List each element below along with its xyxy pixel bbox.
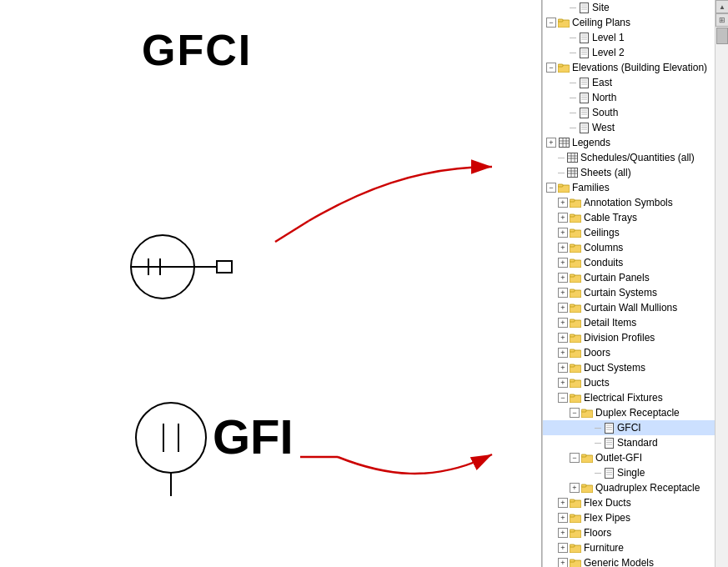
expand-button[interactable]: + xyxy=(558,288,568,298)
tree-item-doors[interactable]: +Doors xyxy=(543,345,715,360)
tree-item-elevations[interactable]: −Elevations (Building Elevation) xyxy=(543,60,715,75)
expand-button[interactable]: + xyxy=(558,363,568,373)
tree-item-label: Floors xyxy=(584,527,611,539)
collapse-button[interactable]: − xyxy=(546,183,556,193)
tree-item-single[interactable]: Single xyxy=(543,465,715,480)
folder-icon xyxy=(581,482,593,494)
collapse-button[interactable]: − xyxy=(546,63,556,73)
tree-item-schedules[interactable]: Schedules/Quantities (all) xyxy=(543,150,715,165)
expand-button[interactable]: + xyxy=(558,528,568,538)
tree-item-duplex-receptacle[interactable]: −Duplex Receptacle xyxy=(543,405,715,420)
scroll-up-button[interactable]: ▲ xyxy=(715,0,728,13)
tree-connector xyxy=(595,443,601,444)
tree-item-ceilings[interactable]: +Ceilings xyxy=(543,225,715,240)
tree-item-floors[interactable]: +Floors xyxy=(543,525,715,540)
tree-item-annotation-symbols[interactable]: +Annotation Symbols xyxy=(543,195,715,210)
expand-button[interactable]: + xyxy=(558,378,568,388)
expand-button[interactable]: + xyxy=(558,273,568,283)
tree-item-label: Level 1 xyxy=(592,32,625,43)
expand-button[interactable]: + xyxy=(558,318,568,328)
tree-item-division-profiles[interactable]: +Division Profiles xyxy=(543,330,715,345)
scroll-fit-button[interactable]: ⊞ xyxy=(715,13,728,27)
tree-item-north[interactable]: North xyxy=(543,90,715,105)
expand-button[interactable]: + xyxy=(558,333,568,343)
page-icon xyxy=(578,32,590,43)
tree-item-furniture[interactable]: +Furniture xyxy=(543,540,715,555)
expand-button[interactable]: + xyxy=(558,243,568,253)
tree-item-south[interactable]: South xyxy=(543,105,715,120)
tree-item-curtain-wall-mullions[interactable]: +Curtain Wall Mullions xyxy=(543,300,715,315)
tree-item-label: Ceilings xyxy=(584,227,620,238)
tree-connector xyxy=(558,173,565,173)
tree-item-curtain-systems[interactable]: +Curtain Systems xyxy=(543,285,715,300)
tree-item-east[interactable]: East xyxy=(543,75,715,90)
tree-item-label: East xyxy=(592,77,612,88)
tree-item-outlet-gfi[interactable]: −Outlet-GFI xyxy=(543,450,715,465)
expand-button[interactable]: + xyxy=(558,543,568,553)
tree-item-legends[interactable]: +Legends xyxy=(543,135,715,150)
tree-item-standard[interactable]: Standard xyxy=(543,435,715,450)
tree-item-curtain-panels[interactable]: +Curtain Panels xyxy=(543,270,715,285)
tree-item-generic-models[interactable]: +Generic Models xyxy=(543,555,715,567)
folder-icon xyxy=(570,212,581,223)
folder-icon xyxy=(570,527,581,539)
svg-rect-101 xyxy=(605,468,613,478)
expand-button[interactable]: + xyxy=(558,228,568,238)
expand-button[interactable]: + xyxy=(570,483,580,493)
tree-item-families[interactable]: −Families xyxy=(543,180,715,195)
tree-item-level-2[interactable]: Level 2 xyxy=(543,45,715,60)
tree-item-west[interactable]: West xyxy=(543,120,715,135)
tree-item-ceiling-plans[interactable]: −Ceiling Plans xyxy=(543,15,715,30)
tree-item-site[interactable]: Site xyxy=(543,0,715,15)
expand-button[interactable]: + xyxy=(558,258,568,268)
collapse-button[interactable]: − xyxy=(558,393,568,403)
svg-rect-27 xyxy=(558,64,563,67)
scrollbar[interactable]: ▲ ⊞ xyxy=(715,0,728,567)
tree-item-label: Outlet-GFI xyxy=(595,452,642,464)
tree-item-electrical-fixtures[interactable]: −Electrical Fixtures xyxy=(543,390,715,405)
tree-item-flex-pipes[interactable]: +Flex Pipes xyxy=(543,510,715,525)
tree-item-label: Single xyxy=(617,467,645,479)
tree-item-sheets[interactable]: Sheets (all) xyxy=(543,165,715,180)
svg-rect-100 xyxy=(581,454,586,457)
svg-rect-66 xyxy=(570,229,575,232)
collapse-button[interactable]: − xyxy=(570,408,580,418)
page-icon xyxy=(578,47,590,58)
tree-item-quadruplex-receptacle[interactable]: +Quadruplex Receptacle xyxy=(543,480,715,495)
tree-item-flex-ducts[interactable]: +Flex Ducts xyxy=(543,495,715,510)
tree-item-label: West xyxy=(592,122,615,133)
expand-button[interactable]: + xyxy=(558,213,568,223)
tree-connector xyxy=(570,8,576,8)
tree-item-detail-items[interactable]: +Detail Items xyxy=(543,315,715,330)
expand-button[interactable]: + xyxy=(558,348,568,358)
tree-item-label: Elevations (Building Elevation) xyxy=(572,62,707,73)
folder-icon xyxy=(570,392,581,404)
expand-button[interactable]: + xyxy=(558,558,568,567)
tree-item-duct-systems[interactable]: +Duct Systems xyxy=(543,360,715,375)
schedule-icon xyxy=(566,152,578,163)
folder-icon xyxy=(558,17,570,28)
folder-icon xyxy=(570,347,581,359)
tree-item-columns[interactable]: +Columns xyxy=(543,240,715,255)
collapse-button[interactable]: − xyxy=(546,18,556,28)
tree-panel[interactable]: Site−Ceiling PlansLevel 1Level 2−Elevati… xyxy=(542,0,728,567)
expand-button[interactable]: + xyxy=(546,138,556,148)
tree-item-ducts[interactable]: +Ducts xyxy=(543,375,715,390)
svg-rect-80 xyxy=(570,334,575,337)
tree-item-label: GFCI xyxy=(617,422,641,434)
scroll-thumb[interactable] xyxy=(716,28,728,44)
folder-icon xyxy=(570,377,581,389)
folder-icon xyxy=(570,242,581,253)
collapse-button[interactable]: − xyxy=(570,453,580,463)
tree-item-level-1[interactable]: Level 1 xyxy=(543,30,715,45)
expand-button[interactable]: + xyxy=(558,513,568,523)
tree-item-conduits[interactable]: +Conduits xyxy=(543,255,715,270)
expand-button[interactable]: + xyxy=(558,303,568,313)
gfci-symbol-svg xyxy=(117,233,250,300)
expand-button[interactable]: + xyxy=(558,498,568,508)
expand-button[interactable]: + xyxy=(558,198,568,208)
tree-item-cable-trays[interactable]: +Cable Trays xyxy=(543,210,715,225)
tree-indent xyxy=(558,108,568,118)
tree-item-gfci[interactable]: GFCI xyxy=(543,420,715,435)
tree-item-label: Division Profiles xyxy=(584,332,655,344)
